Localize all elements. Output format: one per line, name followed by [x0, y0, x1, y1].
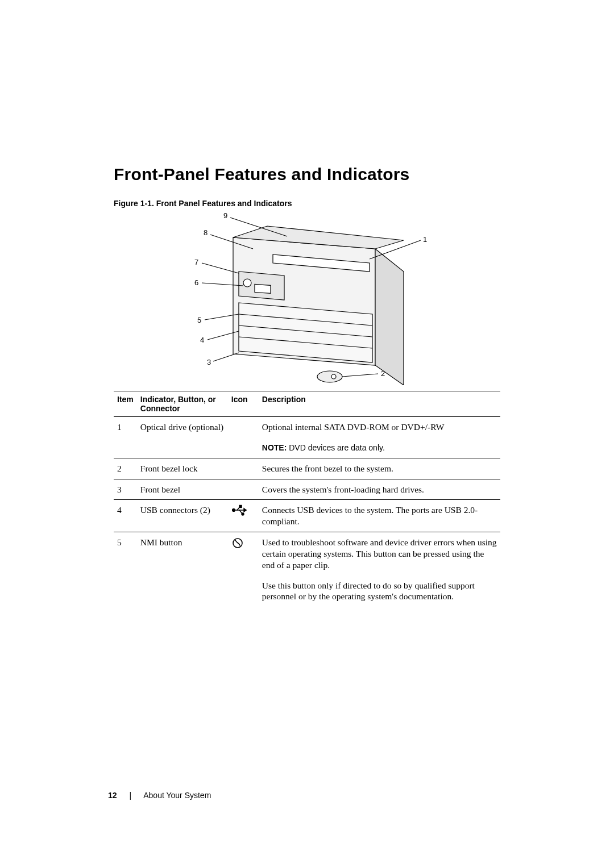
svg-point-0	[243, 279, 251, 287]
front-panel-illustration	[154, 215, 460, 385]
cell-description: Optional internal SATA DVD-ROM or DVD+/-…	[259, 417, 500, 437]
cell-indicator: USB connectors (2)	[137, 500, 228, 532]
cell-item: 3	[114, 479, 137, 500]
table-row: 2 Front bezel lock Secures the front bez…	[114, 458, 500, 479]
footer-section: About Your System	[143, 791, 211, 800]
page-footer: 12 | About Your System	[108, 791, 211, 800]
table-row: 4 USB connectors (2)	[114, 500, 500, 532]
cell-icon	[228, 479, 259, 500]
cell-indicator: Front bezel lock	[137, 458, 228, 479]
nmi-icon	[228, 532, 259, 575]
front-panel-figure: 1 2 3 4 5 6 7 8 9	[154, 215, 460, 385]
svg-point-5	[317, 371, 342, 382]
cell-indicator: Optical drive (optional)	[137, 417, 228, 437]
svg-point-19	[242, 513, 244, 515]
cell-icon	[228, 458, 259, 479]
callout-6: 6	[194, 278, 198, 287]
th-indicator: Indicator, Button, or Connector	[137, 391, 228, 417]
cell-item: 4	[114, 500, 137, 532]
callout-8: 8	[204, 228, 208, 237]
callout-1: 1	[423, 235, 427, 244]
table-row: 5 NMI button Used to troubleshoot softwa…	[114, 532, 500, 575]
svg-line-9	[213, 353, 239, 361]
callout-7: 7	[194, 258, 198, 266]
note-label: NOTE:	[262, 443, 287, 452]
section-heading: Front-Panel Features and Indicators	[114, 165, 500, 184]
cell-description: Used to troubleshoot software and device…	[259, 532, 500, 575]
svg-rect-1	[255, 284, 271, 293]
document-page: Front-Panel Features and Indicators Figu…	[0, 0, 614, 868]
cell-icon	[228, 417, 259, 437]
cell-item: 5	[114, 532, 137, 575]
note-text: DVD devices are data only.	[287, 443, 385, 452]
svg-point-6	[331, 374, 336, 379]
page-number: 12	[108, 791, 117, 800]
cell-item: 2	[114, 458, 137, 479]
table-row-note: NOTE: DVD devices are data only.	[114, 437, 500, 458]
th-icon: Icon	[228, 391, 259, 417]
usb-icon	[228, 500, 259, 532]
th-description: Description	[259, 391, 500, 417]
table-row: 1 Optical drive (optional) Optional inte…	[114, 417, 500, 437]
callout-4: 4	[200, 336, 204, 344]
svg-line-8	[342, 374, 378, 377]
figure-caption: Figure 1-1. Front Panel Features and Ind…	[114, 199, 500, 208]
indicators-table: Item Indicator, Button, or Connector Ico…	[114, 391, 500, 607]
svg-rect-18	[239, 506, 242, 508]
table-row-extra: Use this button only if directed to do s…	[114, 575, 500, 607]
footer-separator: |	[129, 791, 131, 800]
cell-description: Secures the front bezel to the system.	[259, 458, 500, 479]
callout-5: 5	[197, 316, 201, 324]
cell-description-extra: Use this button only if directed to do s…	[259, 575, 500, 607]
cell-description: Connects USB devices to the system. The …	[259, 500, 500, 532]
callout-3: 3	[207, 358, 211, 366]
cell-note: NOTE: DVD devices are data only.	[259, 437, 500, 458]
cell-indicator: NMI button	[137, 532, 228, 575]
cell-item: 1	[114, 417, 137, 437]
callout-2: 2	[381, 369, 385, 378]
table-row: 3 Front bezel Covers the system's front-…	[114, 479, 500, 500]
callout-9: 9	[223, 211, 227, 220]
cell-indicator: Front bezel	[137, 479, 228, 500]
th-item: Item	[114, 391, 137, 417]
cell-description: Covers the system's front-loading hard d…	[259, 479, 500, 500]
